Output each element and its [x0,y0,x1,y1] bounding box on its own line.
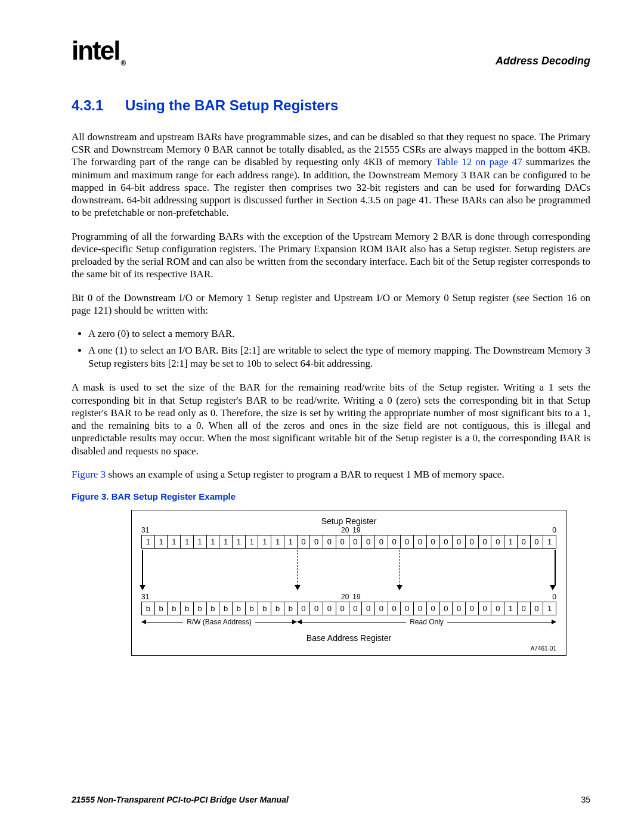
bit-cell: 1 [168,535,181,548]
bit-cell: 0 [466,535,479,548]
section-number: 4.3.1 [72,97,125,114]
bit-cell: 0 [466,602,479,615]
bit-cell: 1 [194,535,207,548]
bit-cell: 1 [284,535,298,548]
figure-link[interactable]: Figure 3 [72,469,106,480]
bit-cell: 0 [401,535,414,548]
setup-register-label: Setup Register [141,516,556,526]
bit-cell: b [258,602,271,615]
setup-register-bits: 11111111111100000000000000001001 [141,535,556,549]
bit-cell: b [155,602,168,615]
bit-cell: b [194,602,207,615]
paragraph: Figure 3 shows an example of using a Set… [72,468,590,481]
bit-cell: 0 [310,535,323,548]
paragraph: Bit 0 of the Downstream I/O or Memory 1 … [72,292,590,317]
bit-cell: 0 [518,602,531,615]
bit-cell: 0 [362,535,375,548]
bit-cell: b [284,602,298,615]
footer-title: 21555 Non-Transparent PCI-to-PCI Bridge … [72,795,289,804]
list-item: A zero (0) to select a memory BAR. [88,327,590,340]
bit-cell: b [246,602,259,615]
bit-cell: 0 [440,602,453,615]
bit-cell: 1 [543,535,556,548]
bit-cell: 0 [531,535,544,548]
bit-cell: 0 [414,535,427,548]
bullet-list: A zero (0) to select a memory BAR. A one… [88,327,590,370]
bit-cell: b [271,602,284,615]
logo-text: intel [72,36,119,65]
bit-cell: 0 [479,602,492,615]
chapter-title: Address Decoding [496,55,590,67]
bit-cell: 0 [479,535,492,548]
table-link[interactable]: Table 12 on page 47 [435,156,522,168]
bit-cell: 0 [323,602,336,615]
bit-cell: 1 [219,535,233,548]
bit-cell: 0 [414,602,427,615]
page-header: intel® Address Decoding [72,36,590,67]
bit-cell: b [181,602,194,615]
bit-cell: 0 [401,602,414,615]
bit-cell: 1 [271,535,284,548]
page-footer: 21555 Non-Transparent PCI-to-PCI Bridge … [72,795,590,804]
bit-cell: b [233,602,246,615]
paragraph: All downstream and upstream BARs have pr… [72,131,590,219]
bit-index-labels: 31 2019 0 [141,593,556,601]
bit-cell: 0 [491,535,504,548]
bit-cell: 0 [336,602,349,615]
bit-cell: 1 [155,535,168,548]
bit-cell: 0 [298,602,311,615]
figure-diagram: Setup Register 31 2019 0 111111111111000… [131,510,566,656]
bit-cell: 0 [298,535,311,548]
bit-cell: 0 [349,535,363,548]
bit-cell: 0 [427,602,440,615]
paragraph: A mask is used to set the size of the BA… [72,381,590,457]
bit-cell: 0 [349,602,363,615]
bit-cell: 1 [504,535,518,548]
logo-registered: ® [120,59,125,67]
bit-cell: 0 [388,535,401,548]
bit-cell: 0 [375,535,388,548]
paragraph: Programming of all the forwarding BARs w… [72,230,590,281]
bit-cell: 1 [181,535,194,548]
bit-cell: 1 [504,602,518,615]
bit-cell: 0 [310,602,323,615]
figure-caption: Figure 3. BAR Setup Register Example [72,491,590,501]
intel-logo: intel® [72,36,125,67]
bit-cell: 0 [453,535,466,548]
bit-cell: 0 [491,602,504,615]
page-number: 35 [581,795,590,804]
bit-cell: 0 [375,602,388,615]
bit-cell: b [142,602,155,615]
bit-cell: 1 [258,535,271,548]
bit-cell: b [207,602,220,615]
bit-cell: 0 [388,602,401,615]
bit-cell: 0 [427,535,440,548]
section-title: Using the BAR Setup Registers [125,97,338,113]
bit-cell: 0 [323,535,336,548]
bit-cell: b [219,602,233,615]
bit-cell: 1 [246,535,259,548]
bit-cell: 1 [207,535,220,548]
bit-cell: b [168,602,181,615]
bit-index-labels: 31 2019 0 [141,526,556,534]
figure-id: A7461-01 [141,645,556,652]
base-address-register-bits: bbbbbbbbbbbb00000000000000001001 [141,602,556,615]
bit-cell: 0 [336,535,349,548]
mapping-arrows [141,550,556,592]
range-labels: R/W (Base Address) Read Only [141,618,556,630]
section-heading: 4.3.1Using the BAR Setup Registers [72,97,590,114]
bit-cell: 1 [233,535,246,548]
bit-cell: 0 [440,535,453,548]
bit-cell: 0 [362,602,375,615]
bit-cell: 1 [142,535,155,548]
bit-cell: 0 [453,602,466,615]
bit-cell: 0 [518,535,531,548]
base-register-label: Base Address Register [141,633,556,643]
bit-cell: 1 [543,602,556,615]
list-item: A one (1) to select an I/O BAR. Bits [2:… [88,344,590,370]
bit-cell: 0 [531,602,544,615]
